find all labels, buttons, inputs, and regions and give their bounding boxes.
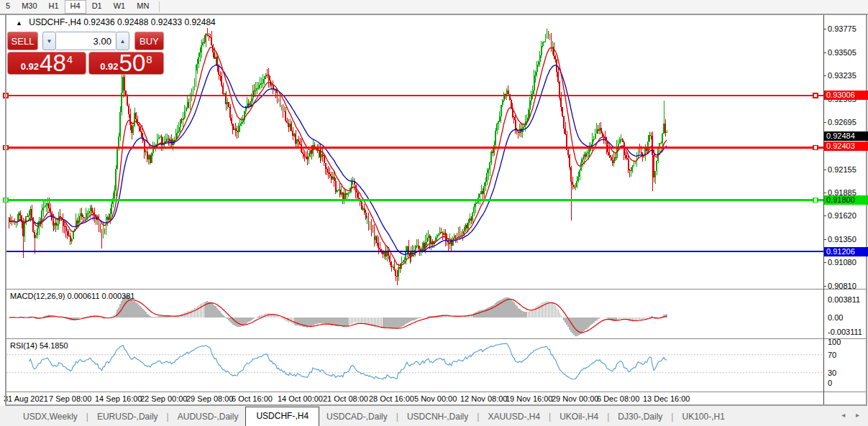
time-axis-label: 29 Sep 08:00	[186, 394, 233, 403]
timeframe-button-d1[interactable]: D1	[86, 0, 108, 14]
price-tick-dash	[823, 170, 826, 170]
tab-separator: |	[670, 409, 675, 426]
time-axis-label: 13 Dec 16:00	[643, 394, 690, 403]
time-axis-label: 14 Oct 00:00	[278, 394, 323, 403]
chart-tab-eurusd-daily[interactable]: EURUSD-,Daily	[90, 409, 165, 426]
timeframe-button-m30[interactable]: M30	[16, 0, 42, 14]
macd-axis-label: -0.003111	[828, 328, 862, 336]
price-axis-label-box: 0.91206	[824, 247, 868, 256]
chart-tab-uk100-h1[interactable]: UK100-,H1	[675, 409, 731, 426]
horizontal-line-objects[interactable]	[4, 93, 823, 251]
price-tick-dash	[823, 239, 826, 240]
price-tick-label: 0.90810	[828, 282, 856, 290]
price-tick-label: 0.91620	[828, 211, 856, 220]
chart-tab-ukoil-h4[interactable]: UKOil-,H4	[552, 409, 606, 426]
sell-button[interactable]: SELL	[7, 32, 38, 50]
symbol-tab-bar: USDX,Weekly|EURUSD-,Daily|AUDUSD-,DailyU…	[0, 406, 868, 426]
chart-tab-usdcnh-daily[interactable]: USDCNH-,Daily	[400, 409, 475, 426]
timeframe-button-mn[interactable]: MN	[131, 0, 155, 14]
price-tick-label: 0.92695	[828, 118, 856, 126]
price-tick-label: 0.91080	[828, 258, 856, 267]
buy-price-display[interactable]: 0.92 50 8	[88, 52, 164, 75]
time-axis-label: 6 Dec 08:00	[597, 394, 639, 403]
price-tick-dash	[823, 216, 826, 216]
rsi-level-lines	[6, 355, 823, 373]
time-axis-label: 22 Sep 00:00	[140, 394, 187, 403]
chart-symbol-period: USDCHF-,H4	[29, 17, 81, 27]
chart-tab-usdchf-h4[interactable]: USDCHF-,H4	[245, 407, 319, 426]
chart-tab-xauusd-h4[interactable]: XAUUSD-,H4	[480, 409, 547, 426]
price-axis-label-box: 0.92484	[824, 131, 868, 141]
time-axis-label: 31 Aug 2021	[4, 394, 48, 403]
buy-button[interactable]: BUY	[134, 32, 164, 50]
mt4-terminal: 5M30H1H4D1W1MN ▲ USDCHF-,H4 0.92436 0.92…	[0, 0, 868, 426]
rsi-axis-label: 100	[828, 338, 841, 346]
time-axis-label: 14 Sep 16:00	[95, 394, 142, 403]
volume-decrease-button[interactable]: ▼	[42, 32, 56, 50]
rsi-axis-label: 70	[828, 351, 836, 359]
panel-separator[interactable]	[6, 338, 867, 339]
rsi-line	[29, 343, 667, 379]
volume-input[interactable]	[56, 32, 116, 50]
price-tick-dash	[823, 286, 826, 287]
price-axis-label-box: 0.92403	[824, 142, 868, 151]
time-axis-label: 7 Sep 08:00	[49, 394, 91, 403]
panel-separator[interactable]	[6, 289, 867, 290]
tab-separator: |	[606, 409, 611, 426]
tab-separator: |	[165, 409, 170, 426]
price-tick-dash	[823, 262, 826, 263]
sell-price-display[interactable]: 0.92 48 4	[7, 52, 86, 75]
chart-title: ▲ USDCHF-,H4 0.92436 0.92488 0.92433 0.9…	[16, 17, 216, 27]
panel-separator	[6, 392, 867, 392]
price-tick-dash	[823, 193, 826, 193]
time-axis-label: 19 Nov 16:00	[506, 394, 552, 403]
sell-price-pip: 4	[67, 53, 73, 65]
rsi-axis-label: 30	[828, 369, 836, 377]
macd-indicator	[9, 295, 667, 336]
price-tick-label: 0.91350	[828, 235, 856, 244]
buy-price-pip: 8	[146, 53, 152, 65]
window-border	[5, 14, 6, 406]
timeframe-button-w1[interactable]: W1	[108, 0, 132, 14]
tab-separator: |	[547, 409, 552, 426]
time-axis-label: 12 Nov 08:00	[460, 394, 507, 403]
price-axis-label-box: 0.93006	[824, 91, 868, 100]
time-axis-label: 29 Nov 00:00	[552, 394, 598, 403]
timeframe-button-h4[interactable]: H4	[65, 0, 86, 14]
rsi-label: RSI(14) 54.1850	[10, 341, 68, 350]
time-axis-label: 28 Oct 16:00	[369, 394, 414, 403]
buy-price-prefix: 0.92	[100, 61, 118, 72]
chart-tab-usdx-weekly[interactable]: USDX,Weekly	[16, 409, 85, 426]
chart-ohlc-values: 0.92436 0.92488 0.92433 0.92484	[83, 17, 216, 27]
price-tick-dash	[823, 29, 826, 29]
macd-axis-label: 0.003811	[828, 295, 860, 304]
chart-tab-usdcad-daily[interactable]: USDCAD-,Daily	[319, 409, 395, 426]
time-axis-label: 6 Oct 16:00	[232, 394, 273, 403]
chart-tab-dj30-daily[interactable]: DJ30-,Daily	[611, 409, 670, 426]
tab-separator: |	[475, 409, 480, 426]
time-axis-label: 5 Nov 00:00	[414, 394, 457, 403]
tab-scroll-arrows[interactable]: ◂ ▸	[841, 411, 864, 419]
price-tick-label: 0.93505	[828, 48, 856, 57]
price-tick-label: 0.93775	[828, 24, 856, 33]
price-tick-label: 0.92155	[828, 165, 856, 174]
rsi-axis-label: 0	[828, 379, 832, 387]
macd-signal-line	[9, 300, 667, 333]
price-tick-dash	[823, 122, 826, 123]
price-tick-label: 0.93235	[828, 71, 856, 80]
sell-price-prefix: 0.92	[21, 61, 39, 72]
chart-tab-audusd-daily[interactable]: AUDUSD-,Daily	[170, 409, 246, 426]
tab-separator: |	[85, 409, 90, 426]
toolbar-separator	[159, 1, 160, 12]
price-tick-dash	[823, 75, 826, 76]
window-border	[866, 14, 867, 406]
timeframe-button-5[interactable]: 5	[0, 0, 16, 14]
volume-increase-button[interactable]: ▲	[116, 32, 129, 50]
one-click-trading-widget: SELL ▼ ▲ BUY 0.92 48 4 0.92 50 8	[7, 32, 164, 75]
buy-price-big: 50	[119, 52, 146, 74]
price-tick-dash	[823, 52, 826, 53]
time-axis-label: 21 Oct 08:00	[323, 394, 368, 403]
timeframe-toolbar: 5M30H1H4D1W1MN	[0, 0, 868, 15]
timeframe-button-h1[interactable]: H1	[43, 0, 65, 14]
price-axis-border	[823, 15, 824, 404]
